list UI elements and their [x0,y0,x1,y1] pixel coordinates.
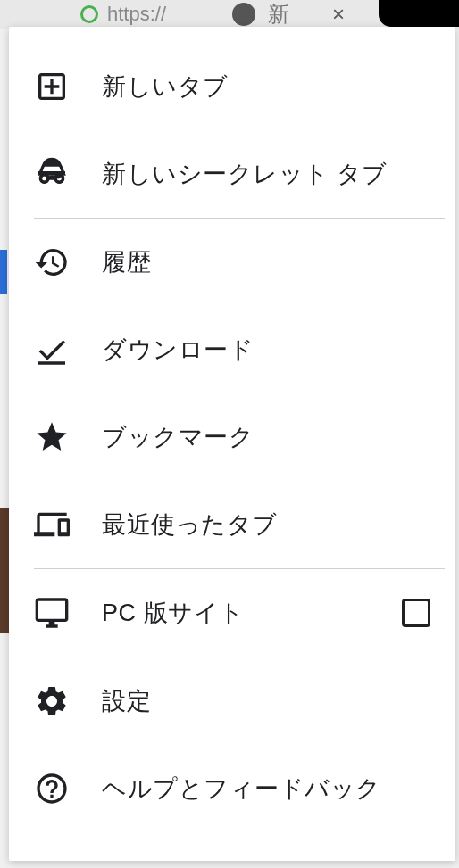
downloads-icon [34,332,70,368]
close-tab-icon: × [332,2,345,27]
menu-label: 最近使ったタブ [102,508,430,541]
menu-item-help-feedback[interactable]: ヘルプとフィードバック [9,745,455,832]
menu-label: PC 版サイト [102,597,402,629]
background-tab: 新 × [232,0,345,29]
background-area: https:// 新 × [0,0,459,29]
menu-label: 新しいシークレット タブ [102,158,430,190]
menu-item-new-tab[interactable]: 新しいタブ [9,43,455,130]
overflow-menu: 新しいタブ 新しいシークレット タブ 履歴 ダウンロード ブックマーク 最近使っ… [9,27,455,861]
menu-item-history[interactable]: 履歴 [9,219,455,306]
new-tab-icon [34,69,70,104]
menu-label: 履歴 [102,246,430,278]
menu-label: ダウンロード [102,334,430,366]
menu-item-recent-tabs[interactable]: 最近使ったタブ [9,481,455,568]
menu-label: ヘルプとフィードバック [102,773,430,805]
menu-item-desktop-site[interactable]: PC 版サイト [9,569,455,657]
menu-item-settings[interactable]: 設定 [9,657,455,745]
bookmarks-icon [34,419,70,455]
black-corner [379,0,459,27]
menu-label: ブックマーク [102,421,430,453]
url-fragment: https:// [107,3,166,26]
history-icon [34,244,70,280]
menu-label: 設定 [102,685,430,717]
desktop-icon [34,595,70,631]
menu-label: 新しいタブ [102,70,430,103]
incognito-icon [34,156,70,192]
tab-title-fragment: 新 [268,0,289,29]
menu-item-bookmarks[interactable]: ブックマーク [9,393,455,481]
settings-icon [34,683,70,719]
desktop-site-checkbox[interactable] [402,599,430,627]
recent-tabs-icon [34,507,70,542]
background-blue-edge [0,250,7,294]
loading-indicator-icon [80,5,98,23]
chrome-icon [232,3,255,26]
help-icon [34,771,70,806]
background-image-edge [0,508,9,633]
menu-item-new-incognito[interactable]: 新しいシークレット タブ [9,130,455,218]
svg-point-0 [40,175,48,183]
menu-item-downloads[interactable]: ダウンロード [9,306,455,393]
